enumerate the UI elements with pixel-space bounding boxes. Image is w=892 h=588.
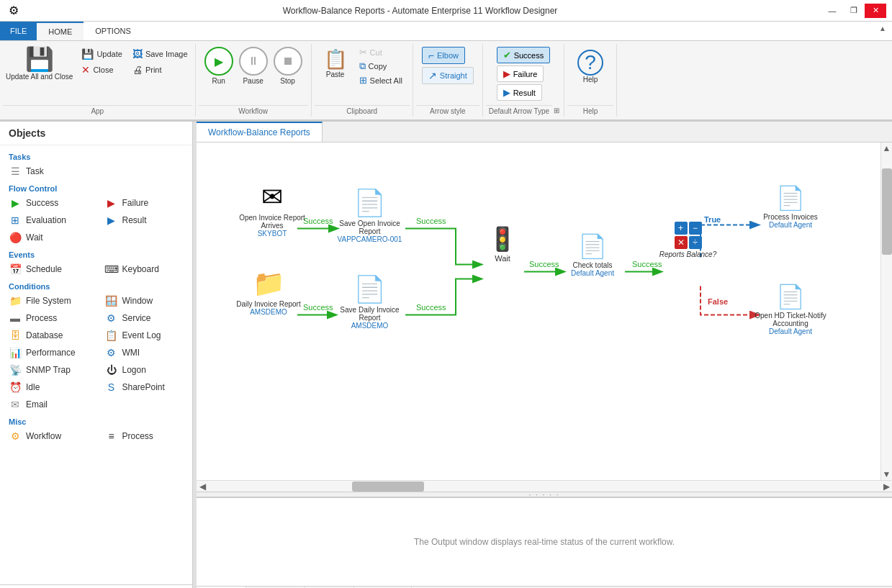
run-label: Run xyxy=(212,77,225,85)
maximize-button[interactable]: ❐ xyxy=(843,4,865,18)
sidebar-item-failure[interactable]: ▶ Failure xyxy=(96,194,193,212)
v-scroll-thumb[interactable] xyxy=(882,168,892,255)
close-button[interactable]: ✕ Close xyxy=(77,63,126,77)
node-check-totals[interactable]: 📄 Check totals Default Agent xyxy=(564,232,621,277)
sidebar-item-wait[interactable]: 🔴 Wait xyxy=(0,229,96,246)
tab-file[interactable]: FILE xyxy=(0,22,37,40)
sidebar-item-performance[interactable]: 📊 Performance xyxy=(0,344,96,361)
ribbon-collapse-button[interactable]: ▲ xyxy=(873,22,892,40)
sidebar-item-task[interactable]: ☰ Task xyxy=(0,163,192,180)
window-controls[interactable]: — ❐ ✕ xyxy=(821,4,886,18)
workflow-label: Workflow xyxy=(26,431,61,441)
node-process-invoices[interactable]: 📄 Process Invoices Default Agent xyxy=(758,184,823,229)
save-image-button[interactable]: 🖼 Save Image xyxy=(128,47,192,61)
canvas-v-scrollbar[interactable]: ▲ ▼ xyxy=(880,143,892,480)
elbow-button[interactable]: ⌐ Elbow xyxy=(422,47,465,64)
result-arrow-button[interactable]: ▶ Result xyxy=(497,84,542,101)
arrow-style-items: ⌐ Elbow ↗ Straight xyxy=(416,44,479,104)
node-open-hd-ticket[interactable]: 📄 Open HD Ticket-Notify Accounting Defau… xyxy=(751,283,830,335)
task-icon: ☰ xyxy=(9,165,22,178)
failure-arrow-button[interactable]: ▶ Failure xyxy=(497,65,544,82)
stop-button[interactable]: ⏹ xyxy=(274,47,302,76)
sidebar-item-eventlog[interactable]: 📋 Event Log xyxy=(96,327,193,344)
straight-button[interactable]: ↗ Straight xyxy=(422,67,474,84)
sidebar-item-snmptrap[interactable]: 📡 SNMP Trap xyxy=(0,361,96,379)
failure-label-sidebar: Failure xyxy=(122,198,149,208)
sidebar-item-database[interactable]: 🗄 Database xyxy=(0,327,96,344)
sidebar-item-email[interactable]: ✉ Email xyxy=(0,396,96,413)
filesystem-icon: 📁 xyxy=(9,294,22,307)
update-button[interactable]: 💾 Update xyxy=(77,47,126,61)
paste-button[interactable]: 📋 Paste xyxy=(317,45,353,81)
result-icon: ▶ xyxy=(105,214,118,227)
help-button[interactable]: ? Help xyxy=(573,47,608,86)
sidebar-item-evaluation[interactable]: ⊞ Evaluation xyxy=(0,212,96,229)
node-reports-balance[interactable]: + − ✕ ÷ Reports Balance? xyxy=(657,222,718,258)
node-save-daily-invoice[interactable]: 📄 Save Daily Invoice Report AMSDEMO xyxy=(335,274,404,330)
sidebar-item-logon[interactable]: ⏻ Logon xyxy=(96,361,193,379)
eval-label: Evaluation xyxy=(26,215,66,225)
update-label: Update xyxy=(96,50,122,58)
keyboard-label: Keyboard xyxy=(122,264,159,274)
pause-button[interactable]: ⏸ xyxy=(239,47,268,76)
canvas-scroll-wrapper: Success Success Success Success Success xyxy=(197,143,892,480)
sidebar-tab-objects[interactable]: Objects xyxy=(0,585,96,588)
sidebar-bottom-tabs: Objects Repository xyxy=(0,584,192,588)
logon-icon: ⏻ xyxy=(105,363,118,376)
help-items: ? Help xyxy=(567,44,613,104)
panel-resizer[interactable]: · · · · · xyxy=(197,492,892,497)
canvas-tab-workflow[interactable]: Workflow-Balance Reports xyxy=(197,122,323,142)
result-label: Result xyxy=(122,215,147,225)
sidebar-item-result[interactable]: ▶ Result xyxy=(96,212,193,229)
performance-icon: 📊 xyxy=(9,346,22,359)
save-image-label: Save Image xyxy=(145,50,188,58)
sidebar-item-idle[interactable]: ⏰ Idle xyxy=(0,379,96,396)
select-all-button[interactable]: ⊞ Select All xyxy=(355,73,407,87)
cut-button[interactable]: ✂ Cut xyxy=(355,45,407,59)
h-scroll-thumb[interactable] xyxy=(352,481,424,492)
tab-options[interactable]: OPTIONS xyxy=(84,22,143,40)
run-button[interactable]: ▶ xyxy=(204,47,233,76)
clipboard-items: 📋 Paste ✂ Cut ⧉ Copy ⊞ Select All xyxy=(315,44,410,104)
sidebar-tab-repository[interactable]: Repository xyxy=(96,585,193,588)
tab-home[interactable]: HOME xyxy=(37,22,84,40)
node-open-invoice[interactable]: ✉ Open Invoice Report Arrives SKYBOT xyxy=(236,182,308,238)
wmi-label: WMI xyxy=(122,348,140,358)
sidebar-item-filesystem[interactable]: 📁 File System xyxy=(0,292,96,309)
misc-process-icon: ≡ xyxy=(105,430,118,443)
minimize-button[interactable]: — xyxy=(821,4,843,18)
sidebar: Objects Tasks ☰ Task Flow Control ▶ Succ… xyxy=(0,122,193,588)
sidebar-item-success[interactable]: ▶ Success xyxy=(0,194,96,212)
cut-label: Cut xyxy=(370,48,382,57)
canvas[interactable]: Success Success Success Success Success xyxy=(197,143,880,480)
sidebar-item-misc-process[interactable]: ≡ Process xyxy=(96,428,193,445)
expand-icon[interactable]: ⊞ xyxy=(552,105,561,116)
idle-label: Idle xyxy=(26,382,40,392)
node-daily-invoice[interactable]: 📁 Daily Invoice Report AMSDEMO xyxy=(236,268,301,316)
clipboard-secondary: ✂ Cut ⧉ Copy ⊞ Select All xyxy=(355,45,407,87)
sidebar-item-process[interactable]: ▬ Process xyxy=(0,309,96,327)
success-arrow-label: Success xyxy=(514,51,544,60)
ribbon-group-help: ? Help Help xyxy=(564,44,617,117)
misc-items: ⚙ Workflow ≡ Process xyxy=(0,428,192,445)
sidebar-item-sharepoint[interactable]: S SharePoint xyxy=(96,379,193,396)
copy-button[interactable]: ⧉ Copy xyxy=(355,59,407,73)
sidebar-item-keyboard[interactable]: ⌨ Keyboard xyxy=(96,261,193,278)
print-button[interactable]: 🖨 Print xyxy=(128,63,192,77)
section-tasks: Tasks xyxy=(0,148,192,163)
success-label-sidebar: Success xyxy=(26,198,58,208)
sidebar-item-schedule[interactable]: 📅 Schedule xyxy=(0,261,96,278)
sharepoint-label: SharePoint xyxy=(122,382,165,392)
sidebar-item-window[interactable]: 🪟 Window xyxy=(96,292,193,309)
sidebar-item-service[interactable]: ⚙ Service xyxy=(96,309,193,327)
output-message: The Output window displays real-time sta… xyxy=(414,537,675,547)
node-wait[interactable]: 🚦 Wait xyxy=(481,225,524,263)
node-save-open-invoice[interactable]: 📄 Save Open Invoice Report VAPPCAMERO-00… xyxy=(335,188,404,243)
help-group-label: Help xyxy=(567,105,613,117)
app-group-label: App xyxy=(3,105,192,117)
close-window-button[interactable]: ✕ xyxy=(865,4,886,18)
sidebar-item-wmi[interactable]: ⚙ WMI xyxy=(96,344,193,361)
success-icon: ▶ xyxy=(9,196,22,209)
sidebar-item-workflow[interactable]: ⚙ Workflow xyxy=(0,428,96,445)
success-arrow-button[interactable]: ✔ Success xyxy=(497,47,551,63)
